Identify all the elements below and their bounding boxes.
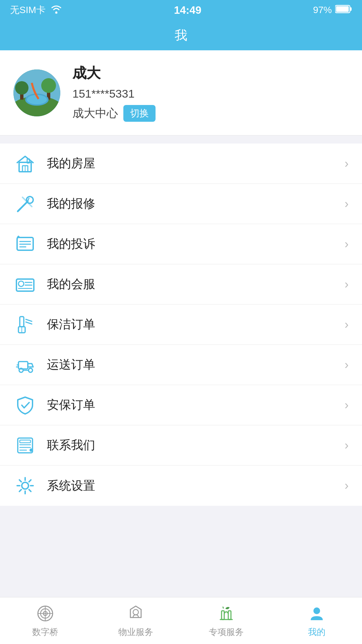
svg-point-47 <box>29 448 33 452</box>
menu-item-delivery[interactable]: 运送订单 › <box>0 345 362 385</box>
mine-icon <box>307 603 327 624</box>
svg-point-38 <box>28 368 33 372</box>
battery-percent: 97% <box>313 5 332 15</box>
tab-label-digital: 数字桥 <box>32 626 58 638</box>
menu-label-membership: 我的会服 <box>47 276 345 292</box>
menu-label-delivery: 运送订单 <box>47 357 345 373</box>
switch-button[interactable]: 切换 <box>123 105 156 122</box>
tab-label-special: 专项服务 <box>209 626 244 638</box>
chevron-membership: › <box>345 277 349 291</box>
cleaning-icon <box>13 313 37 336</box>
delivery-icon <box>13 353 37 377</box>
chevron-contact: › <box>345 438 349 452</box>
digital-bridge-icon <box>35 603 55 624</box>
complaint-icon <box>13 232 37 256</box>
tab-special-service[interactable]: 专项服务 <box>181 603 272 638</box>
spacer-1 <box>0 136 362 144</box>
wifi-icon <box>50 4 62 16</box>
menu-label-complaint: 我的投诉 <box>47 236 345 252</box>
menu-label-security: 安保订单 <box>47 397 345 413</box>
svg-point-8 <box>15 81 28 95</box>
svg-line-35 <box>26 322 32 324</box>
tab-label-property: 物业服务 <box>118 626 153 638</box>
chevron-house: › <box>345 157 349 171</box>
svg-rect-31 <box>20 317 24 327</box>
menu-label-repair: 我的报修 <box>47 196 345 212</box>
menu-label-house: 我的房屋 <box>47 155 345 172</box>
menu-item-house[interactable]: 我的房屋 › <box>0 144 362 184</box>
status-time: 14:49 <box>174 4 201 16</box>
svg-point-10 <box>41 78 56 93</box>
menu-item-settings[interactable]: 系统设置 › <box>0 466 362 506</box>
svg-rect-36 <box>18 362 28 369</box>
contact-icon <box>13 434 37 457</box>
menu-label-contact: 联系我们 <box>47 437 345 453</box>
status-left: 无SIM卡 <box>10 4 62 16</box>
chevron-repair: › <box>345 197 349 211</box>
house-icon <box>13 152 37 175</box>
settings-icon <box>13 474 37 497</box>
special-service-icon <box>216 603 236 624</box>
tab-mine[interactable]: 我的 <box>272 603 362 638</box>
profile-card: 成大 151****5331 成大中心 切换 <box>0 50 362 136</box>
chevron-cleaning: › <box>345 318 349 332</box>
tab-property-service[interactable]: 物业服务 <box>90 603 181 638</box>
svg-point-0 <box>55 11 57 13</box>
chevron-security: › <box>345 398 349 412</box>
page-title: 我 <box>175 27 187 44</box>
battery-icon <box>335 5 352 16</box>
menu-item-membership[interactable]: 我的会服 › <box>0 264 362 305</box>
menu-label-settings: 系统设置 <box>47 478 345 494</box>
profile-info: 成大 151****5331 成大中心 切换 <box>72 64 156 122</box>
carrier-text: 无SIM卡 <box>10 4 46 16</box>
profile-phone: 151****5331 <box>72 87 156 100</box>
svg-point-27 <box>18 281 24 286</box>
menu-item-complaint[interactable]: 我的投诉 › <box>0 224 362 264</box>
property-service-icon <box>126 603 146 624</box>
svg-rect-43 <box>20 440 31 443</box>
menu-item-repair[interactable]: 我的报修 › <box>0 184 362 224</box>
svg-rect-2 <box>350 7 352 11</box>
chevron-settings: › <box>345 479 349 493</box>
svg-rect-3 <box>336 6 349 12</box>
svg-line-20 <box>18 209 20 211</box>
menu-list: 我的房屋 › 我的报修 › 我的投诉 › <box>0 144 362 506</box>
membership-icon <box>13 273 37 296</box>
page-header: 我 <box>0 20 362 50</box>
svg-rect-57 <box>222 611 224 620</box>
tab-digital-bridge[interactable]: 数字桥 <box>0 603 90 638</box>
status-bar: 无SIM卡 14:49 97% <box>0 0 362 20</box>
profile-name: 成大 <box>72 64 156 83</box>
status-right: 97% <box>313 5 352 16</box>
profile-center-row: 成大中心 切换 <box>72 105 156 122</box>
bottom-padding <box>0 506 362 559</box>
menu-item-cleaning[interactable]: 保洁订单 › <box>0 305 362 345</box>
menu-label-cleaning: 保洁订单 <box>47 316 345 333</box>
menu-item-security[interactable]: 安保订单 › <box>0 385 362 425</box>
avatar[interactable] <box>13 69 60 116</box>
profile-center-name: 成大中心 <box>72 106 118 121</box>
chevron-complaint: › <box>345 237 349 251</box>
menu-item-contact[interactable]: 联系我们 › <box>0 425 362 466</box>
svg-point-60 <box>313 607 320 614</box>
svg-point-48 <box>22 482 28 489</box>
repair-icon <box>13 192 37 216</box>
tab-label-mine: 我的 <box>308 626 325 638</box>
svg-point-56 <box>133 609 138 615</box>
avatar-image <box>13 69 60 116</box>
svg-rect-58 <box>228 611 231 620</box>
svg-line-34 <box>26 319 32 321</box>
chevron-delivery: › <box>345 358 349 372</box>
security-icon <box>13 393 37 417</box>
svg-marker-55 <box>130 606 141 618</box>
tab-bar: 数字桥 物业服务 专项服务 <box>0 597 362 644</box>
